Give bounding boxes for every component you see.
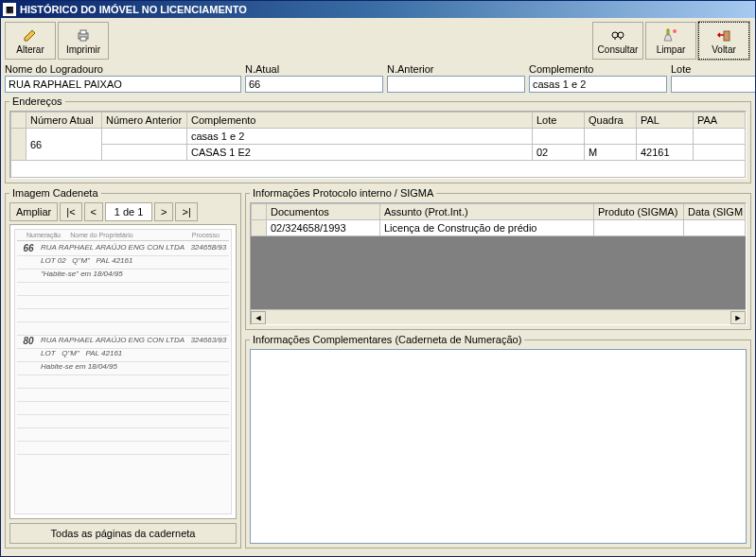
complementares-fieldset: Informações Complementares (Caderneta de… bbox=[245, 334, 751, 548]
consultar-button[interactable]: Consultar bbox=[592, 22, 643, 60]
pager: Ampliar |< < 1 de 1 > >| bbox=[9, 202, 237, 221]
content-area: Alterar Imprimir Consultar Limpar bbox=[1, 18, 755, 556]
first-page-button[interactable]: |< bbox=[60, 202, 81, 221]
caderneta-legend: Imagem Cadeneta bbox=[9, 187, 101, 199]
horizontal-scrollbar[interactable]: ◄ ► bbox=[251, 309, 746, 324]
complementares-legend: Informações Complementares (Caderneta de… bbox=[250, 334, 524, 345]
enderecos-table[interactable]: Número Atual Número Anterior Complemento… bbox=[10, 112, 746, 178]
page-indicator: 1 de 1 bbox=[105, 202, 152, 221]
protocolo-fieldset: Informações Protocolo interno / SIGMA Do… bbox=[245, 187, 751, 330]
logradouro-input[interactable] bbox=[5, 76, 241, 93]
prev-page-button[interactable]: < bbox=[84, 202, 103, 221]
voltar-button[interactable]: Voltar bbox=[698, 22, 749, 60]
edit-icon bbox=[23, 27, 38, 43]
complemento-input[interactable] bbox=[529, 76, 667, 93]
ampliar-button[interactable]: Ampliar bbox=[9, 202, 58, 221]
complementares-textarea[interactable] bbox=[250, 349, 747, 544]
window-icon: ▦ bbox=[3, 3, 16, 16]
search-icon bbox=[610, 27, 625, 43]
lote-label: Lote bbox=[671, 63, 755, 75]
last-page-button[interactable]: >| bbox=[175, 202, 197, 221]
svg-rect-1 bbox=[80, 30, 86, 34]
svg-point-7 bbox=[673, 29, 677, 33]
fields-row: Nome do Logradouro N.Atual N.Anterior Co… bbox=[5, 63, 751, 93]
logradouro-label: Nome do Logradouro bbox=[5, 63, 241, 75]
enderecos-fieldset: Endereços Número Atual Número Anterior C… bbox=[5, 96, 751, 183]
protocolo-legend: Informações Protocolo interno / SIGMA bbox=[250, 187, 436, 199]
titlebar: ▦ HISTÓRICO DO IMÓVEL NO LICENCIAMENTO bbox=[1, 1, 755, 18]
window-title: HISTÓRICO DO IMÓVEL NO LICENCIAMENTO bbox=[20, 4, 247, 15]
svg-point-4 bbox=[618, 32, 624, 38]
table-row[interactable]: 66 casas 1 e 2 bbox=[11, 129, 746, 145]
enderecos-legend: Endereços bbox=[9, 96, 65, 107]
imprimir-button[interactable]: Imprimir bbox=[58, 22, 109, 60]
nanterior-label: N.Anterior bbox=[387, 63, 525, 75]
natual-input[interactable] bbox=[245, 76, 383, 93]
limpar-button[interactable]: Limpar bbox=[645, 22, 696, 60]
complemento-label: Complemento bbox=[529, 63, 667, 75]
nanterior-input[interactable] bbox=[387, 76, 525, 93]
main-window: ▦ HISTÓRICO DO IMÓVEL NO LICENCIAMENTO A… bbox=[0, 0, 756, 557]
print-icon bbox=[76, 27, 91, 43]
caderneta-fieldset: Imagem Cadeneta Ampliar |< < 1 de 1 > >|… bbox=[5, 187, 241, 548]
toolbar: Alterar Imprimir Consultar Limpar bbox=[5, 22, 751, 60]
svg-point-3 bbox=[612, 32, 618, 38]
scroll-left-icon[interactable]: ◄ bbox=[251, 311, 266, 324]
alterar-button[interactable]: Alterar bbox=[5, 22, 56, 60]
svg-rect-8 bbox=[724, 31, 730, 41]
scroll-right-icon[interactable]: ► bbox=[730, 311, 746, 324]
next-page-button[interactable]: > bbox=[154, 202, 173, 221]
table-row[interactable]: CASAS 1 E2 02 M 42161 bbox=[11, 145, 746, 161]
back-icon bbox=[716, 27, 731, 43]
protocolo-table[interactable]: Documentos Assunto (Prot.Int.) Produto (… bbox=[251, 203, 746, 236]
caderneta-thumbnail[interactable]: NumeraçãoNome do ProprietárioProcesso 66… bbox=[9, 224, 237, 519]
clear-icon bbox=[663, 27, 678, 43]
lote-input[interactable] bbox=[671, 76, 755, 93]
svg-rect-2 bbox=[80, 37, 86, 41]
natual-label: N.Atual bbox=[245, 63, 383, 75]
table-row[interactable]: 02/324658/1993 Licença de Construção de … bbox=[252, 220, 746, 236]
todas-paginas-button[interactable]: Todas as páginas da caderneta bbox=[9, 523, 237, 544]
